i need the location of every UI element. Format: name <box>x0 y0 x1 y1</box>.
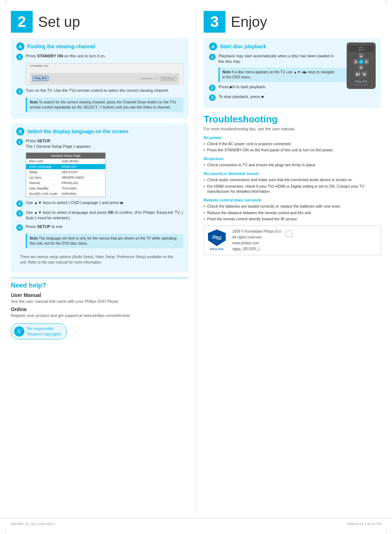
step-b1: 1 Press SETUP. The { General Setup Page … <box>16 138 183 150</box>
step-b4-bold: SETUP <box>37 224 50 229</box>
menu-row-6: Auto Standby ITALIANO- <box>26 186 105 191</box>
step-b2: 2 Use ▲▼ keys to select { OSD Language }… <box>16 200 183 207</box>
top-mark-left <box>5 0 6 5</box>
nav-up-btn: ▲ <box>359 53 364 58</box>
step-b3-content: Use ▲▼ keys to select a language and pre… <box>26 210 183 221</box>
trouble-no-power-item2: • Press the STANDBY-ON on the front pane… <box>204 147 381 153</box>
remote-dvdplayer-text: DVD PLAYER <box>349 84 373 86</box>
trouble-no-power-text2: Press the STANDBY-ON on the front panel … <box>207 147 334 153</box>
online-title: Online <box>11 306 189 312</box>
page: 2 Set up A Finding the viewing channel 1… <box>0 0 392 534</box>
step-a1-content: Press STANDBY ON on this unit to turn it… <box>26 53 183 59</box>
enjoy-note-text: If a disc menu appears on the TV, use ▲▼… <box>222 70 334 79</box>
menu-col-left-1: Disc Lock <box>29 159 62 163</box>
philips-logo-svg <box>207 229 227 247</box>
bullet-icon: • <box>204 177 205 183</box>
user-manual-text: See the user manual that came with your … <box>11 299 189 303</box>
note-b-text: The language set here is only for the me… <box>30 236 176 245</box>
troubleshoot-title: Troubleshooting <box>204 114 381 125</box>
nav-ok-btn: OK <box>359 59 364 64</box>
note-text: To search for the correct viewing channe… <box>30 100 176 109</box>
step-b1-num: 1 <box>16 139 23 145</box>
menu-row-5: Volume FRANÇAIS <box>26 180 105 186</box>
menu-col-right-1: Auto (ENG) <box>62 159 102 163</box>
responsible-line1: Be responsible <box>27 326 54 331</box>
nav-empty-br <box>364 65 369 70</box>
troubleshoot-subtitle: For more troubleshooting tips, see the u… <box>204 127 381 131</box>
enjoy-step1-num: 1 <box>209 54 216 60</box>
menu-header: General Setup Page <box>26 153 105 159</box>
copyright-model: sgpjy_0813/05_1 <box>232 247 260 251</box>
trouble-no-power-title: No power <box>204 135 381 140</box>
bottom-mark-left <box>5 529 6 534</box>
step-a2: 2 Turn on the TV. Use the TVs remote con… <box>16 88 183 95</box>
step-a1-num: 1 <box>16 54 23 60</box>
remote-philips-logo: PHILIPS <box>349 79 373 83</box>
step-b3-num: 3 <box>16 210 23 217</box>
bullet-icon: • <box>204 162 205 168</box>
step-b3: 3 Use ▲▼ keys to select a language and p… <box>16 210 183 221</box>
section-b-title: Select the display language on the scree… <box>27 129 128 134</box>
device-image: STANDBY-ON PHILIPS CHANNEL 0-9 PLAY/PLAY <box>26 63 183 85</box>
trouble-no-sound-item2: • For HDMI connection, check if your TVs… <box>204 184 381 194</box>
info-box-b: There are various setup options (Audio S… <box>16 251 183 268</box>
trouble-remote-item1: • Check the batteries are loaded correct… <box>204 204 381 209</box>
trouble-remote: Remote control does not work • Check the… <box>204 198 381 222</box>
trouble-no-power-text1: Check if the AC power cord is properly c… <box>207 141 292 147</box>
enjoy-step2: 2 Press ▶II to start playback. <box>209 84 338 91</box>
trouble-remote-item3: • Point the remote control directly towa… <box>204 216 381 222</box>
nav-down-btn: ▼ <box>359 65 364 70</box>
menu-col-left-6: Auto Standby <box>29 187 62 190</box>
footer: dvp3980_05_qsg_eng1.indd 2 2008-03-28 1:… <box>0 518 392 529</box>
trouble-remote-title: Remote control does not work <box>204 198 381 202</box>
trouble-no-power-item1: • Check if the AC power cord is properly… <box>204 141 381 147</box>
copyright-website: www.philips.com <box>232 241 259 245</box>
troubleshoot-section: Troubleshooting For more troubleshooting… <box>204 114 381 255</box>
enjoy-a-letter: A <box>209 42 217 50</box>
menu-col-left-5: Volume <box>29 181 62 185</box>
section2-header: 2 Set up <box>11 11 189 33</box>
bullet-icon: • <box>204 184 205 189</box>
bullet-icon: • <box>204 147 205 153</box>
responsible-text: Be responsible Respect copyrights <box>27 326 61 337</box>
section-a-setup: A Finding the viewing channel 1 Press ST… <box>11 38 189 119</box>
nav-left-btn: ◄ <box>354 59 358 64</box>
responsible-icon: © <box>14 326 24 337</box>
enjoy-step1: 1 Playback may start automatically when … <box>209 53 338 65</box>
menu-row-2: OSD Language ENGLISH <box>26 164 105 170</box>
copyright-text: 2008 © Koninklijke Philips N.V. All righ… <box>232 229 282 252</box>
bottom-marks <box>0 529 392 534</box>
user-manual-title: User Manual <box>11 292 189 298</box>
copyright-company: © Koninklijke Philips N.V. <box>241 229 282 233</box>
remote-mock: DISCMENU ▲ ◄ OK ► ▼ <box>347 42 376 89</box>
enjoy-step3-num: 3 <box>209 94 216 101</box>
nav-right-btn: ► <box>364 59 369 64</box>
need-help-title: Need help? <box>11 282 189 289</box>
step-a1: 1 Press STANDBY ON on this unit to turn … <box>16 53 183 60</box>
need-help-section: Need help? User Manual See the user manu… <box>11 278 189 340</box>
device-body: PHILIPS CHANNEL 0-9 PLAY/PLAY <box>30 73 179 84</box>
trouble-remote-text1: Check the batteries are loaded correctly… <box>207 204 341 209</box>
standby-label: STANDBY-ON <box>30 64 179 68</box>
left-column: 2 Set up A Finding the viewing channel 1… <box>11 9 196 514</box>
section-a-title: Finding the viewing channel <box>27 44 95 49</box>
trouble-no-picture-item1: • Check connection to TV and ensure the … <box>204 162 381 168</box>
section-a-enjoy: A Start disc playback DISCMENU ▲ <box>204 38 381 108</box>
copyright-year: 2008 <box>232 229 240 233</box>
trouble-no-picture-title: No picture <box>204 156 381 161</box>
remote-stop-btn: ■ <box>362 72 367 77</box>
device-play-btn: PLAY/PLAY <box>160 77 176 81</box>
menu-row-4: Lip Sync NEDERLANDS <box>26 175 105 180</box>
remote-disc-label: DISCMENU <box>349 45 373 52</box>
step-b1-bold: SETUP <box>37 139 50 143</box>
section3-header: 3 Enjoy <box>204 11 381 33</box>
bullet-icon: • <box>204 210 205 216</box>
copyright-rights: All rights reserved. <box>232 235 262 239</box>
remote-playpause-btn: ▶II <box>355 72 360 77</box>
menu-col-left-7: DivX(R) VOD Code <box>29 192 62 196</box>
online-text: Register your product and get support at… <box>11 313 189 318</box>
trouble-no-picture: No picture • Check connection to TV and … <box>204 156 381 168</box>
step-a1-bold: STANDBY ON <box>37 54 63 58</box>
responsible-badge: © Be responsible Respect copyrights <box>11 323 67 340</box>
nav-empty-tr <box>364 53 369 58</box>
